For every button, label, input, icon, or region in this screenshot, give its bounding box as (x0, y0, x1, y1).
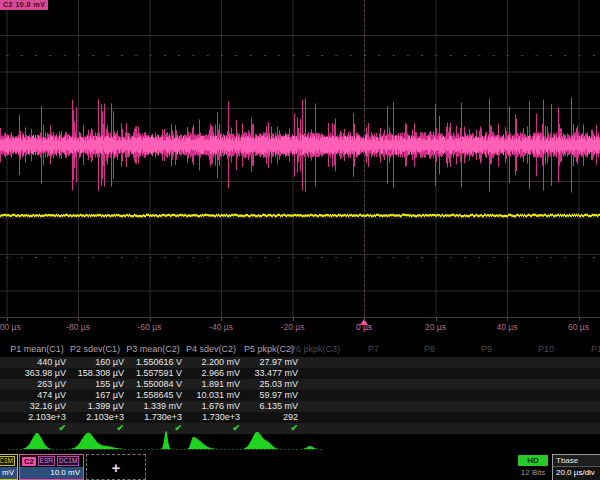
measurement-value: 440 µV (8, 357, 66, 368)
timebase-title: Tbase (553, 455, 600, 467)
parameter-header-unused[interactable]: P7 (368, 344, 379, 354)
hd-bits-label: 12 Bits (512, 468, 554, 477)
axis-tick (78, 318, 79, 321)
axis-label: -60 µs (138, 322, 162, 332)
measurement-value: 363.98 µV (8, 368, 66, 379)
measurement-value: 1.557591 V (124, 368, 182, 379)
axis-label: -40 µs (209, 322, 233, 332)
axis-label: 20 µs (425, 322, 446, 332)
descriptor-bar: DC1M 10.0 mV C2 ESR DC1M 10.0 mV + HD 12… (0, 454, 600, 480)
c1-vertical-scale: 10.0 mV (0, 467, 17, 479)
axis-label: -20 µs (281, 322, 305, 332)
table-row: 440 µV160 µV1.550616 V2.200 mV27.97 mV (0, 357, 600, 368)
parameter-header-unused[interactable]: P11 (591, 344, 600, 354)
channel-descriptor-c2[interactable]: C2 ESR DC1M 10.0 mV (19, 454, 84, 480)
parameter-header[interactable]: P5 pkpk(C2) (244, 344, 294, 354)
axis-tick (364, 318, 365, 321)
measurement-value: 1.891 mV (182, 379, 240, 390)
add-trace-button[interactable]: + (86, 454, 146, 480)
axis-tick (221, 318, 222, 321)
axis-tick (293, 318, 294, 321)
timebase-value: 20.0 µs/div (553, 467, 600, 479)
parameter-header-unused[interactable]: P8 (424, 344, 435, 354)
measurement-value: 33.477 mV (240, 368, 298, 379)
parameter-header[interactable]: P4 sdev(C2) (186, 344, 236, 354)
c1-coupling-badge: DC1M (0, 456, 15, 466)
time-axis: -100 µs-80 µs-60 µs-40 µs-20 µs0 µs20 µs… (0, 318, 600, 334)
timebase-descriptor[interactable]: Tbase 20.0 µs/div (552, 454, 600, 480)
parameter-header[interactable]: P3 mean(C2) (126, 344, 180, 354)
measurement-value: 1.399 µV (66, 401, 124, 412)
axis-tick (579, 318, 580, 321)
oscilloscope-screen: C2 10.0 mV -100 µs-80 µs-60 µs-40 µs-20 … (0, 0, 600, 480)
measurement-value: 160 µV (66, 357, 124, 368)
c2-vertical-scale: 10.0 mV (20, 467, 83, 479)
measurement-value: 158.308 µV (66, 368, 124, 379)
table-row: 263 µV155 µV1.550084 V1.891 mV25.03 mV (0, 379, 600, 390)
table-row: 32.16 µV1.399 µV1.339 mV1.676 mV6.135 mV (0, 401, 600, 412)
axis-tick (507, 318, 508, 321)
parameter-header[interactable]: P1 mean(C1) (10, 344, 64, 354)
measurement-value: 27.97 mV (240, 357, 298, 368)
measurement-value: 1.676 mV (182, 401, 240, 412)
measurement-value: 1.550084 V (124, 379, 182, 390)
measurement-value: 155 µV (66, 379, 124, 390)
parameter-header[interactable]: P2 sdev(C1) (70, 344, 120, 354)
axis-label: 40 µs (497, 322, 518, 332)
measurement-value: 2.103e+3 (8, 412, 66, 423)
measurement-value: 2.966 mV (182, 368, 240, 379)
measurement-value: 32.16 µV (8, 401, 66, 412)
measurement-value: 1.339 mV (124, 401, 182, 412)
parameter-histicons (0, 431, 600, 453)
measurement-value: 292 (240, 412, 298, 423)
measurement-value: 167 µV (66, 390, 124, 401)
trace-label-badge-c2[interactable]: C2 10.0 mV (0, 0, 48, 10)
axis-tick (436, 318, 437, 321)
measurement-value: 474 µV (8, 390, 66, 401)
axis-tick (150, 318, 151, 321)
waveform-grid[interactable] (0, 0, 600, 318)
axis-label: 0 µs (356, 322, 372, 332)
measurement-value: 1.730e+3 (124, 412, 182, 423)
measurement-value: 1.550616 V (124, 357, 182, 368)
c2-esr-badge: ESR (38, 456, 55, 466)
axis-label: -100 µs (0, 322, 21, 332)
parameter-header-unused[interactable]: P10 (538, 344, 554, 354)
table-row: 474 µV167 µV1.558645 V10.031 mV59.97 mV (0, 390, 600, 401)
measurement-value: 1.558645 V (124, 390, 182, 401)
measurement-value: 263 µV (8, 379, 66, 390)
measurement-value: 10.031 mV (182, 390, 240, 401)
measurement-value: 2.200 mV (182, 357, 240, 368)
axis-tick (7, 318, 8, 321)
c2-coupling-badge: DC1M (57, 456, 79, 466)
measurement-table-header: P1 mean(C1)P2 sdev(C1)P3 mean(C2)P4 sdev… (0, 344, 600, 356)
axis-label: -80 µs (66, 322, 90, 332)
plus-icon: + (112, 459, 121, 476)
measurement-value: 59.97 mV (240, 390, 298, 401)
c2-channel-badge: C2 (22, 457, 36, 466)
measurement-value: 1.730e+3 (182, 412, 240, 423)
axis-label: 60 µs (568, 322, 589, 332)
parameter-header-unused[interactable]: P9 (481, 344, 492, 354)
measurement-value: 6.135 mV (240, 401, 298, 412)
table-row: 363.98 µV158.308 µV1.557591 V2.966 mV33.… (0, 368, 600, 379)
channel-descriptor-c1[interactable]: DC1M 10.0 mV (0, 454, 18, 480)
hd-mode-badge[interactable]: HD (518, 455, 548, 466)
measurement-value: 2.103e+3 (66, 412, 124, 423)
parameter-header-unused[interactable]: P6 pkpk(C3) (290, 344, 340, 354)
measurement-value: 25.03 mV (240, 379, 298, 390)
table-row: 2.103e+32.103e+31.730e+31.730e+3292 (0, 412, 600, 423)
